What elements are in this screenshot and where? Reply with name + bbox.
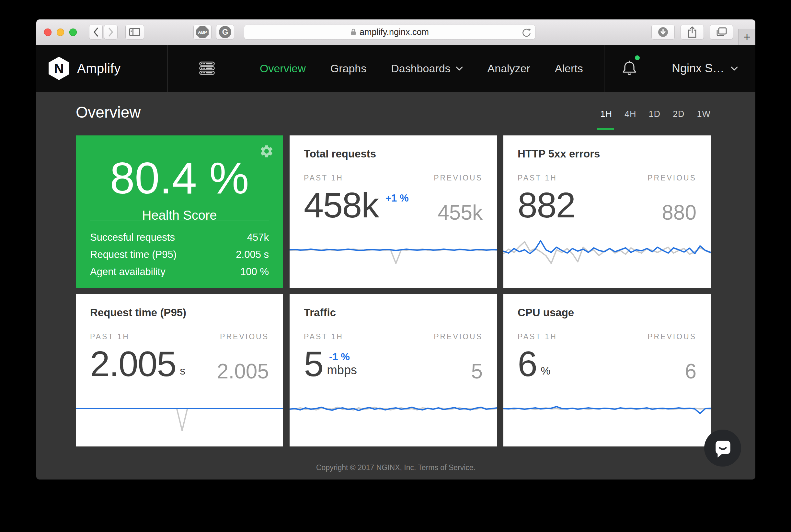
minimize-window-button[interactable] — [57, 28, 64, 36]
stat-label: Succesful requests — [90, 229, 175, 246]
app-navbar: N Amplify — [36, 45, 755, 92]
sidebar-toggle-button[interactable] — [126, 25, 144, 40]
tabs-icon — [716, 27, 727, 37]
range-tab-1h[interactable]: 1H — [600, 109, 612, 121]
new-tab-button[interactable]: + — [738, 29, 755, 45]
account-name: Nginx S… — [672, 61, 724, 75]
menu-item-graphs[interactable]: Graphs — [330, 62, 367, 75]
svg-text:N: N — [54, 61, 64, 76]
health-stat-row: Request time (P95) 2.005 s — [90, 246, 269, 263]
card-title: Total requests — [304, 148, 376, 160]
sidebar-icon — [129, 28, 140, 36]
stat-value: 457k — [247, 229, 269, 246]
divider — [90, 221, 269, 221]
metric-unit: % — [541, 364, 550, 377]
url-text: amplify.nginx.com — [360, 27, 429, 37]
menu-item-overview[interactable]: Overview — [260, 62, 306, 75]
metric-value: 882 — [518, 187, 575, 223]
metric-value: 458k — [304, 187, 379, 223]
menu-item-label: Alerts — [555, 62, 583, 75]
stat-label: Agent availability — [90, 263, 166, 280]
previous-value: 2.005 — [217, 361, 269, 382]
metric-value-row: 882 — [518, 187, 575, 223]
health-score-value: 80.4 % — [76, 155, 283, 200]
card-title: Traffic — [304, 306, 336, 319]
chat-widget-button[interactable] — [704, 430, 741, 467]
sparkline-chart — [76, 392, 283, 446]
menu-item-label: Dashboards — [391, 62, 450, 75]
g-icon: G — [219, 26, 231, 38]
past-period-label: PAST 1H — [518, 174, 557, 183]
page-title: Overview — [76, 103, 140, 121]
menu-item-label: Overview — [260, 62, 306, 75]
metric-value-row: 6 % — [518, 346, 550, 382]
range-tab-1d[interactable]: 1D — [649, 109, 660, 121]
notification-dot — [635, 55, 640, 60]
chevron-down-icon — [731, 66, 738, 71]
lock-icon — [350, 28, 356, 36]
metric-value: 6 — [518, 346, 537, 382]
menu-item-label: Graphs — [330, 62, 367, 75]
close-window-button[interactable] — [44, 28, 52, 36]
card-health-score: 80.4 % Health Score Succesful requests 4… — [76, 135, 283, 288]
chevron-left-icon — [93, 27, 99, 37]
health-stat-row: Agent availability 100 % — [90, 263, 269, 280]
brand-name: Amplify — [77, 61, 121, 76]
chat-bubble-icon — [713, 438, 733, 458]
browser-window: ABP G amplify.nginx.com — [36, 19, 755, 479]
chevron-down-icon — [456, 66, 463, 71]
forward-button[interactable] — [104, 25, 118, 40]
menu-item-dashboards[interactable]: Dashboards — [391, 62, 463, 75]
metric-value-row: 458k — [304, 187, 379, 223]
range-tab-1w[interactable]: 1W — [697, 109, 711, 121]
previous-period-label: PREVIOUS — [220, 332, 269, 341]
stat-value: 100 % — [240, 263, 269, 280]
menu-item-alerts[interactable]: Alerts — [555, 62, 583, 75]
address-bar[interactable]: amplify.nginx.com — [244, 25, 536, 40]
nginx-logo-icon: N — [49, 57, 69, 80]
range-tab-4h[interactable]: 4H — [624, 109, 636, 121]
past-period-label: PAST 1H — [304, 332, 343, 341]
systems-button[interactable] — [168, 45, 246, 92]
health-stats: Succesful requests 457k Request time (P9… — [90, 229, 269, 280]
stat-label: Request time (P95) — [90, 246, 176, 263]
metric-value: 5 — [304, 346, 323, 382]
window-controls — [44, 28, 77, 36]
card-title: CPU usage — [518, 306, 574, 319]
sparkline-chart — [503, 392, 711, 446]
card-traffic: Traffic PAST 1H PREVIOUS 5 mbps -1 % 5 — [290, 294, 497, 446]
time-range-tabs: 1H 4H 1D 2D 1W — [600, 109, 711, 121]
notifications-button[interactable] — [604, 45, 654, 92]
grammarly-extension-button[interactable]: G — [216, 25, 234, 40]
metric-value: 2.005 — [90, 346, 176, 382]
previous-value: 455k — [438, 202, 483, 223]
delta-badge: -1 % — [329, 351, 350, 363]
zoom-window-button[interactable] — [69, 28, 77, 36]
previous-period-label: PREVIOUS — [648, 174, 696, 183]
dashboard: Overview 1H 4H 1D 2D 1W 80.4 % Health Sc… — [36, 92, 755, 479]
sparkline-chart — [503, 233, 711, 288]
reload-icon[interactable] — [521, 27, 531, 37]
server-rack-icon — [199, 61, 215, 75]
tab-overview-button[interactable] — [710, 25, 733, 40]
brand[interactable]: N Amplify — [36, 57, 168, 80]
past-period-label: PAST 1H — [90, 332, 130, 341]
previous-period-label: PREVIOUS — [648, 332, 696, 341]
share-button[interactable] — [680, 25, 704, 40]
menu-item-analyzer[interactable]: Analyzer — [487, 62, 530, 75]
sparkline-chart — [290, 233, 497, 288]
menu-item-label: Analyzer — [487, 62, 530, 75]
chevron-right-icon — [108, 27, 114, 37]
downloads-button[interactable] — [651, 25, 675, 40]
back-button[interactable] — [89, 25, 103, 40]
past-period-label: PAST 1H — [518, 332, 557, 341]
card-title: HTTP 5xx errors — [518, 148, 600, 160]
range-tab-2d[interactable]: 2D — [673, 109, 685, 121]
share-icon — [687, 26, 697, 38]
stat-value: 2.005 s — [236, 246, 269, 263]
card-title: Request time (P95) — [90, 306, 186, 319]
previous-period-label: PREVIOUS — [434, 174, 483, 183]
account-menu[interactable]: Nginx S… — [654, 61, 755, 75]
card-request-time: Request time (P95) PAST 1H PREVIOUS 2.00… — [76, 294, 283, 446]
adblock-extension-button[interactable]: ABP — [193, 25, 212, 40]
